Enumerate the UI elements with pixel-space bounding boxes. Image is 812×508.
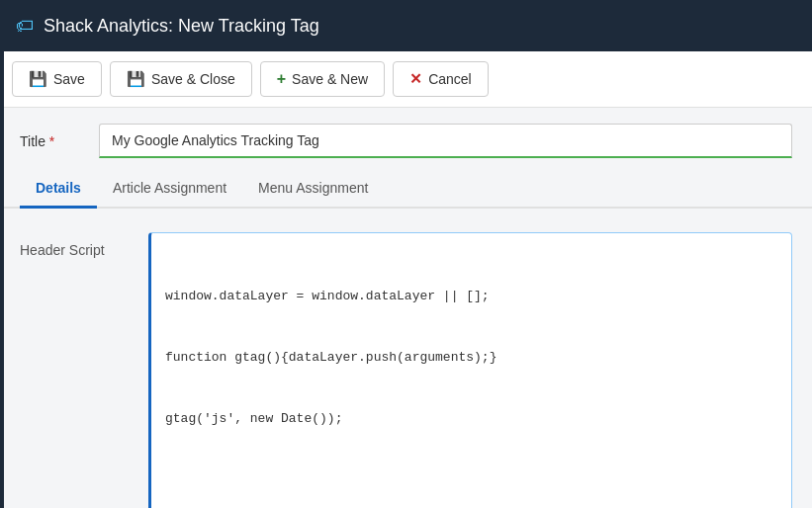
tab-article-assignment[interactable]: Article Assignment <box>97 170 242 209</box>
content-area: Title * Details Article Assignment Menu … <box>0 108 812 508</box>
header-script-label: Header Script <box>20 232 129 258</box>
tabs-bar: Details Article Assignment Menu Assignme… <box>0 170 812 209</box>
sidebar-indicator <box>0 0 4 508</box>
tab-content-details: Header Script window.dataLayer = window.… <box>0 209 812 508</box>
save-new-label: Save & New <box>292 71 368 87</box>
title-input[interactable] <box>99 124 792 158</box>
code-line-2: function gtag(){dataLayer.push(arguments… <box>165 348 777 369</box>
required-indicator: * <box>49 133 54 149</box>
header-bar: 🏷 Shack Analytics: New Tracking Tag <box>0 0 812 51</box>
cancel-button[interactable]: ✕ Cancel <box>393 61 489 97</box>
tab-details[interactable]: Details <box>20 170 97 209</box>
cancel-label: Cancel <box>428 71 472 87</box>
save-close-icon: 💾 <box>127 70 145 88</box>
save-close-button[interactable]: 💾 Save & Close <box>110 61 252 97</box>
plus-icon: + <box>277 70 286 88</box>
title-row: Title * <box>0 108 812 170</box>
title-label: Title * <box>20 133 79 149</box>
toolbar: 💾 Save 💾 Save & Close + Save & New ✕ Can… <box>0 51 812 108</box>
save-icon: 💾 <box>29 70 47 88</box>
save-new-button[interactable]: + Save & New <box>260 61 385 97</box>
save-label: Save <box>53 71 85 87</box>
tag-icon: 🏷 <box>16 16 34 37</box>
page-title: Shack Analytics: New Tracking Tag <box>44 16 319 37</box>
save-button[interactable]: 💾 Save <box>12 61 102 97</box>
code-line-4 <box>165 471 777 492</box>
save-close-label: Save & Close <box>151 71 235 87</box>
tab-menu-assignment[interactable]: Menu Assignment <box>242 170 384 209</box>
code-line-3: gtag('js', new Date()); <box>165 409 777 430</box>
header-script-code-box[interactable]: window.dataLayer = window.dataLayer || [… <box>148 232 792 508</box>
cancel-icon: ✕ <box>409 70 422 88</box>
code-line-1: window.dataLayer = window.dataLayer || [… <box>165 287 777 307</box>
header-script-row: Header Script window.dataLayer = window.… <box>20 232 792 508</box>
